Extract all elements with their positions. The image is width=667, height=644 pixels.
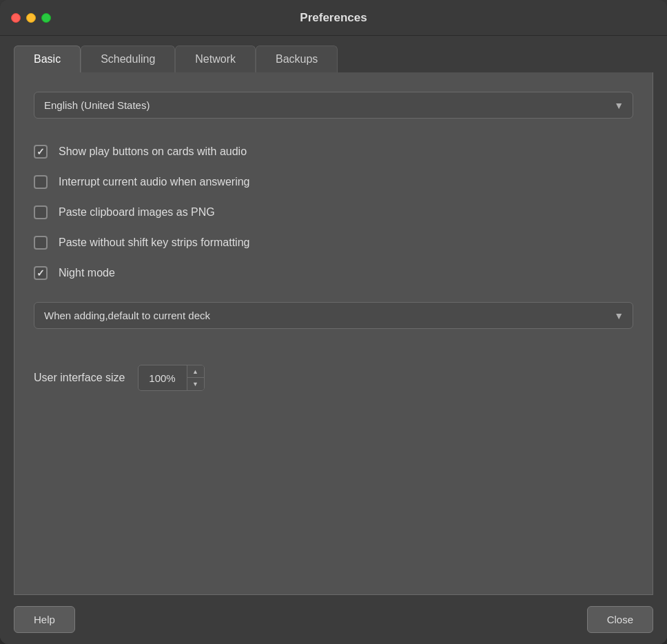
window-title: Preferences bbox=[300, 11, 367, 25]
tab-backups[interactable]: Backups bbox=[256, 46, 338, 72]
checkbox-box-show-play-buttons: ✓ bbox=[34, 145, 48, 159]
language-dropdown-wrapper: English (United States) ▼ bbox=[34, 92, 633, 119]
spinner-buttons: ▲ ▼ bbox=[187, 365, 204, 390]
ui-size-label: User interface size bbox=[34, 372, 125, 384]
close-traffic-light[interactable] bbox=[11, 13, 21, 23]
checkbox-label-paste-png: Paste clipboard images as PNG bbox=[59, 206, 215, 219]
deck-dropdown-wrapper: When adding,default to current deck ▼ bbox=[34, 302, 633, 329]
checkbox-paste-no-format[interactable]: Paste without shift key strips formattin… bbox=[34, 228, 633, 258]
close-button[interactable]: Close bbox=[587, 606, 653, 633]
language-dropdown[interactable]: English (United States) bbox=[34, 92, 633, 119]
tab-scheduling[interactable]: Scheduling bbox=[81, 46, 175, 72]
checkbox-label-night-mode: Night mode bbox=[59, 267, 115, 279]
checkbox-box-paste-png bbox=[34, 205, 48, 219]
checkmark-show-play-buttons: ✓ bbox=[37, 147, 45, 157]
spinner-up-button[interactable]: ▲ bbox=[187, 365, 204, 378]
traffic-lights bbox=[11, 13, 51, 23]
maximize-traffic-light[interactable] bbox=[41, 13, 51, 23]
tab-network[interactable]: Network bbox=[175, 46, 256, 72]
checkbox-box-paste-no-format bbox=[34, 236, 48, 250]
checkbox-label-interrupt-audio: Interrupt current audio when answering bbox=[59, 176, 250, 188]
titlebar: Preferences bbox=[0, 0, 667, 36]
help-button[interactable]: Help bbox=[14, 606, 75, 633]
checkbox-label-paste-no-format: Paste without shift key strips formattin… bbox=[59, 237, 249, 249]
preferences-window: Preferences Basic Scheduling Network Bac… bbox=[0, 0, 667, 644]
checkbox-box-night-mode: ✓ bbox=[34, 266, 48, 280]
checkbox-show-play-buttons[interactable]: ✓ Show play buttons on cards with audio bbox=[34, 137, 633, 167]
tab-basic[interactable]: Basic bbox=[14, 46, 81, 72]
checkbox-box-interrupt-audio bbox=[34, 175, 48, 189]
minimize-traffic-light[interactable] bbox=[26, 13, 36, 23]
ui-size-input[interactable] bbox=[138, 368, 187, 388]
main-content: English (United States) ▼ ✓ Show play bu… bbox=[14, 72, 653, 595]
spinner-down-button[interactable]: ▼ bbox=[187, 378, 204, 390]
tabs-bar: Basic Scheduling Network Backups bbox=[0, 36, 667, 72]
deck-dropdown-section: When adding,default to current deck ▼ bbox=[34, 302, 633, 347]
bottom-bar: Help Close bbox=[0, 595, 667, 644]
ui-size-row: User interface size ▲ ▼ bbox=[34, 365, 633, 391]
ui-size-spinner: ▲ ▼ bbox=[138, 365, 205, 391]
checkbox-paste-png[interactable]: Paste clipboard images as PNG bbox=[34, 197, 633, 228]
checkbox-night-mode[interactable]: ✓ Night mode bbox=[34, 258, 633, 288]
checkbox-interrupt-audio[interactable]: Interrupt current audio when answering bbox=[34, 167, 633, 197]
checkmark-night-mode: ✓ bbox=[37, 268, 45, 278]
deck-dropdown[interactable]: When adding,default to current deck bbox=[34, 302, 633, 329]
checkbox-label-show-play-buttons: Show play buttons on cards with audio bbox=[59, 145, 247, 158]
